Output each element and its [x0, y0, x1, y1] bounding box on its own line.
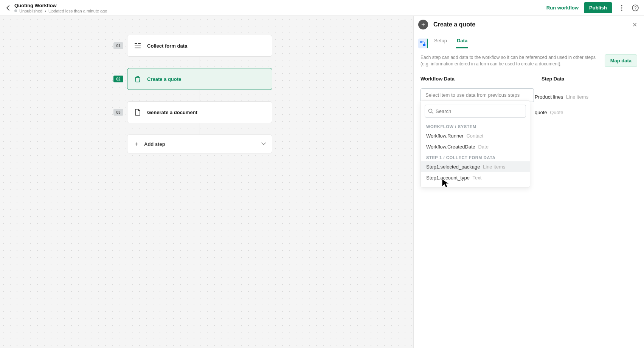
workflow-title: Quoting Workflow — [14, 3, 107, 8]
connector-line — [200, 57, 200, 68]
svg-line-12 — [432, 112, 433, 113]
svg-rect-10 — [423, 44, 425, 46]
step-data-key: quote — [535, 110, 547, 115]
svg-rect-7 — [135, 45, 141, 46]
step-badge: 02 — [113, 76, 123, 82]
tab-setup[interactable]: Setup — [433, 35, 448, 48]
shopping-bag-icon — [133, 75, 142, 83]
form-icon — [133, 42, 142, 50]
svg-point-1 — [621, 7, 622, 8]
step-data-heading: Step Data — [534, 76, 637, 82]
dropdown-search[interactable] — [425, 105, 526, 118]
step-badge: 03 — [113, 109, 123, 116]
step-label: Create a quote — [147, 76, 181, 82]
dropdown-item[interactable]: Step1.account_type Text — [421, 172, 530, 183]
close-icon[interactable]: ✕ — [632, 21, 637, 28]
step-data-type: Line items — [566, 94, 588, 100]
help-icon[interactable]: ? — [631, 4, 639, 12]
svg-rect-8 — [135, 47, 141, 48]
chevron-down-icon — [261, 142, 266, 145]
workflow-updated: Updated less than a minute ago — [48, 9, 107, 13]
dropdown-item-type: Contact — [466, 133, 483, 139]
dropdown-item-key: Step1.selected_package — [426, 164, 480, 170]
dropdown-item-type: Text — [473, 175, 482, 181]
side-panel: ＋ Create a quote ✕ Setup Data Each step … — [413, 16, 644, 348]
more-menu-icon[interactable] — [618, 4, 626, 12]
svg-rect-9 — [420, 41, 422, 43]
dropdown-section-header: STEP 1 / COLLECT FORM DATA — [421, 152, 530, 161]
connector-line — [200, 123, 200, 135]
step-data-type: Quote — [550, 110, 563, 115]
panel-title: Create a quote — [433, 21, 475, 28]
workflow-step[interactable]: 02 Create a quote — [113, 68, 272, 90]
add-step-button: ＋ Add step — [127, 135, 272, 153]
document-icon — [133, 108, 142, 116]
workflow-data-select[interactable]: Select item to use data from previous st… — [421, 88, 534, 102]
dropdown-item[interactable]: Workflow.Runner Contact — [421, 130, 530, 141]
panel-description: Each step can add data to the workflow s… — [421, 54, 598, 68]
data-mapping-icon[interactable] — [418, 39, 428, 48]
top-header: Quoting Workflow Unpublished • Updated l… — [0, 0, 644, 16]
dropdown-item-type: Line items — [483, 164, 505, 170]
workflow-data-dropdown: WORKFLOW / SYSTEM Workflow.Runner Contac… — [421, 101, 530, 187]
tab-data[interactable]: Data — [456, 35, 468, 48]
meta-separator: • — [45, 9, 46, 13]
workflow-step[interactable]: 03 Generate a document — [113, 101, 272, 123]
add-step-row[interactable]: ＋ Add step — [113, 135, 272, 153]
dropdown-item-key: Workflow.CreatedDate — [426, 144, 475, 150]
svg-point-2 — [621, 9, 622, 11]
svg-rect-5 — [135, 43, 137, 44]
dropdown-item[interactable]: Step1.selected_package Line items — [421, 161, 530, 172]
workflow-status: Unpublished — [19, 9, 42, 13]
dropdown-item-key: Step1.account_type — [426, 175, 470, 181]
step-data-key: Product lines — [535, 94, 563, 100]
connector-line — [200, 90, 200, 101]
svg-text:?: ? — [634, 6, 636, 10]
add-circle-icon[interactable]: ＋ — [418, 20, 428, 29]
plus-icon: ＋ — [133, 140, 140, 148]
workflow-data-heading: Workflow Data — [421, 76, 534, 82]
add-step-label: Add step — [144, 141, 165, 147]
search-icon — [428, 108, 433, 114]
step-badge: 01 — [113, 42, 123, 49]
run-workflow-button[interactable]: Run workflow — [546, 5, 579, 11]
dropdown-item-key: Workflow.Runner — [426, 133, 464, 139]
select-placeholder: Select item to use data from previous st… — [425, 92, 520, 98]
map-data-button[interactable]: Map data — [605, 54, 637, 67]
dropdown-search-input[interactable] — [436, 108, 523, 114]
workflow-canvas[interactable]: 01 Collect form data 02 Create a quote — [0, 16, 413, 348]
status-dot-icon — [14, 9, 17, 12]
step-label: Generate a document — [147, 110, 197, 115]
svg-point-11 — [429, 109, 432, 113]
workflow-meta: Unpublished • Updated less than a minute… — [14, 9, 107, 13]
step-label: Collect form data — [147, 43, 187, 49]
svg-point-0 — [621, 5, 622, 6]
svg-rect-6 — [138, 43, 141, 44]
back-icon[interactable] — [5, 5, 11, 11]
dropdown-item[interactable]: Workflow.CreatedDate Date — [421, 141, 530, 152]
publish-button[interactable]: Publish — [584, 2, 612, 13]
dropdown-section-header: WORKFLOW / SYSTEM — [421, 121, 530, 130]
step-data-item[interactable]: quote Quote — [535, 110, 629, 115]
step-data-item[interactable]: Product lines Line items — [535, 94, 629, 100]
workflow-step[interactable]: 01 Collect form data — [113, 35, 272, 57]
dropdown-item-type: Date — [478, 144, 488, 150]
